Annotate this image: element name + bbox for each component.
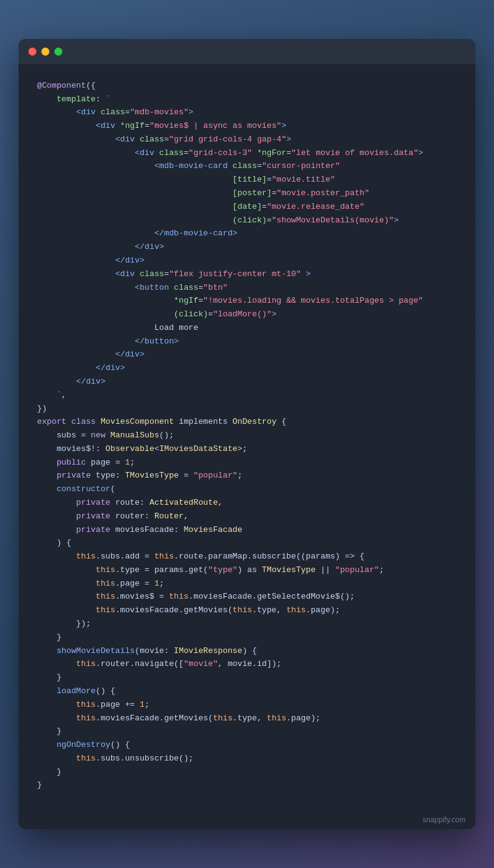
code-line-41: this.page = 1; xyxy=(37,577,457,591)
code-line-23: </div> xyxy=(37,361,457,375)
minimize-button[interactable] xyxy=(41,48,49,56)
code-line-44: }); xyxy=(37,617,457,631)
code-line-9: [poster]="movie.poster_path" xyxy=(37,187,457,200)
code-line-2: template: ` xyxy=(37,93,457,106)
code-line-7: <mdb-movie-card class="cursor-pointer" xyxy=(37,159,457,173)
code-line-55: } xyxy=(37,725,457,738)
code-line-45: } xyxy=(37,631,457,644)
code-line-8: [title]="movie.title" xyxy=(37,173,457,187)
code-line-54: this.moviesFacade.getMovies(this.type, t… xyxy=(37,712,457,725)
code-line-11: (click)="showMovieDetails(movie)"> xyxy=(37,214,457,227)
code-line-12: </mdb-movie-card> xyxy=(37,227,457,240)
code-line-20: Load more xyxy=(37,321,457,335)
code-line-43: this.moviesFacade.getMovies(this.type, t… xyxy=(37,604,457,617)
code-line-17: <button class="btn" xyxy=(37,281,457,295)
code-line-6: <div class="grid-cols-3" *ngFor="let mov… xyxy=(37,146,457,160)
code-line-18: *ngIf="!movies.loading && movies.totalPa… xyxy=(37,294,457,308)
code-line-10: [date]="movie.release_date" xyxy=(37,200,457,214)
code-line-4: <div *ngIf="movies$ | async as movies"> xyxy=(37,119,457,133)
code-line-58: this.subs.unsubscribe(); xyxy=(37,752,457,765)
watermark-label: snappify.com xyxy=(19,811,475,829)
code-line-39: this.subs.add = this.route.paramMap.subs… xyxy=(37,550,457,563)
code-line-28: subs = new ManualSubs(); xyxy=(37,429,457,442)
code-line-59: } xyxy=(37,765,457,779)
close-button[interactable] xyxy=(28,48,36,56)
code-line-29: movies$!: Observable<IMoviesDataState>; xyxy=(37,442,457,456)
code-line-22: </div> xyxy=(37,348,457,361)
code-line-47: showMovieDetails(movie: IMovieResponse) … xyxy=(37,644,457,658)
code-line-42: this.movies$ = this.moviesFacade.getSele… xyxy=(37,590,457,604)
code-line-35: private route: ActivatedRoute, xyxy=(37,496,457,510)
code-line-37: private moviesFacade: MoviesFacade xyxy=(37,523,457,537)
code-line-3: <div class="mdb-movies"> xyxy=(37,106,457,119)
code-line-14: </div> xyxy=(37,254,457,268)
code-line-32: private type: TMoviesType = "popular"; xyxy=(37,469,457,482)
code-line-49: } xyxy=(37,671,457,685)
code-line-13: </div> xyxy=(37,240,457,254)
code-line-38: ) { xyxy=(37,536,457,550)
code-line-60: } xyxy=(37,778,457,792)
maximize-button[interactable] xyxy=(54,48,62,56)
code-line-25: `, xyxy=(37,389,457,402)
code-line-16: <div class="flex justify-center mt-10" > xyxy=(37,268,457,281)
code-line-57: ngOnDestroy() { xyxy=(37,738,457,752)
code-line-21: </button> xyxy=(37,335,457,348)
code-line-48: this.router.navigate(["movie", movie.id]… xyxy=(37,657,457,671)
code-window: @Component({ template: ` <div class="mdb… xyxy=(19,39,475,829)
titlebar xyxy=(19,39,475,64)
code-line-24: </div> xyxy=(37,375,457,389)
code-line-19: (click)="loadMore()"> xyxy=(37,308,457,321)
code-line-27: export class MoviesComponent implements … xyxy=(37,415,457,429)
code-line-36: private router: Router, xyxy=(37,510,457,523)
code-line-34: constructor( xyxy=(37,482,457,496)
code-line-5: <div class="grid grid-cols-4 gap-4"> xyxy=(37,133,457,146)
code-editor: @Component({ template: ` <div class="mdb… xyxy=(19,64,475,811)
code-line-26: }) xyxy=(37,402,457,416)
code-line-31: public page = 1; xyxy=(37,456,457,470)
code-line-1: @Component({ xyxy=(37,79,457,93)
code-line-52: this.page += 1; xyxy=(37,698,457,712)
code-line-40: this.type = params.get("type") as TMovie… xyxy=(37,563,457,577)
code-line-51: loadMore() { xyxy=(37,685,457,698)
